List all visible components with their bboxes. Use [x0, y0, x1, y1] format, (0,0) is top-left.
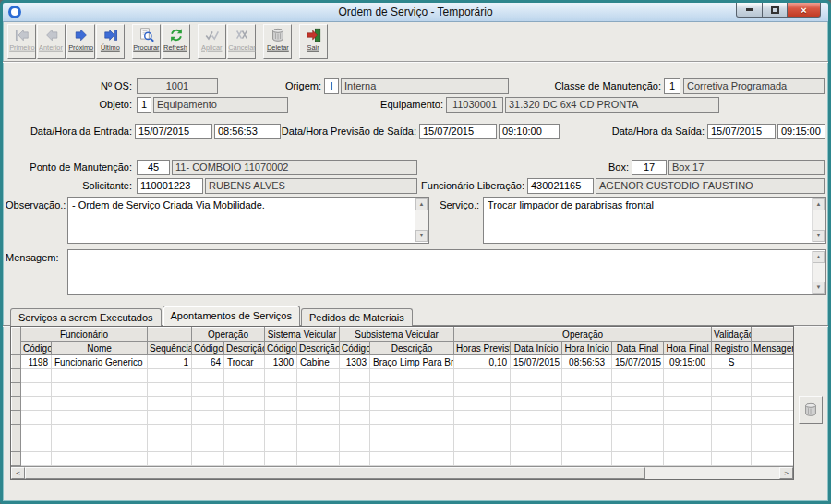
entrada-date-field[interactable]: 15/07/2015	[135, 124, 212, 139]
grid-cell[interactable]: 15/07/2015	[612, 355, 664, 369]
servico-scrollbar[interactable]: ▲ ▼	[812, 198, 825, 242]
close-button[interactable]: ×	[788, 3, 821, 18]
tab-1[interactable]: Apontamentos de Serviços	[163, 306, 300, 326]
grid-cell[interactable]: Braço Limp Para Bri	[370, 355, 454, 369]
mensagem-textarea[interactable]: ▲ ▼	[67, 249, 826, 295]
grid-empty-cell	[192, 383, 224, 397]
previsao-date-field[interactable]: 15/07/2015	[419, 124, 497, 139]
grid-empty-cell	[370, 411, 454, 425]
toolbar-button-refresh[interactable]: Refresh	[162, 24, 190, 59]
grid-cell[interactable]: Trocar	[224, 355, 265, 369]
toolbar-button-label: Sair	[307, 43, 319, 51]
grid-cell[interactable]: 1	[148, 355, 192, 369]
toolbar-button-search[interactable]: Procurar	[132, 24, 161, 59]
scroll-down-icon[interactable]: ▼	[813, 282, 825, 294]
servico-textarea[interactable]: Trocar limpador de parabrisas frontal ▲ …	[483, 197, 826, 244]
observacao-textarea[interactable]: - Ordem de Serviço Criada Via Mobilidade…	[67, 197, 429, 244]
grid-row: 1198Funcionario Generico164Trocar1300Cab…	[12, 355, 795, 369]
solicitante-code-field[interactable]: 110001223	[137, 178, 203, 194]
ponto-code-field[interactable]: 45	[137, 160, 170, 175]
grid-empty-cell	[664, 425, 712, 438]
grid-empty-cell	[297, 425, 340, 438]
classe-label: Classe de Manutenção:	[534, 78, 661, 94]
mensagem-scrollbar[interactable]: ▲ ▼	[812, 251, 825, 294]
tab-0[interactable]: Serviços a serem Executados	[10, 308, 162, 326]
toolbar-button-last[interactable]: Último	[96, 24, 125, 59]
grid-group-header: Sistema Veicular	[265, 328, 340, 342]
scroll-down-icon[interactable]: ▼	[416, 230, 428, 242]
grid-empty-cell	[511, 369, 562, 383]
grid-cell[interactable]: 1303	[340, 355, 370, 369]
grid-cell[interactable]: 0,10	[454, 355, 511, 369]
grid-empty-cell	[21, 452, 52, 466]
observacao-scrollbar[interactable]: ▲ ▼	[415, 198, 428, 242]
tab-2[interactable]: Pedidos de Materiais	[301, 308, 413, 326]
grid-empty-cell	[454, 383, 511, 397]
toolbar-button-exit[interactable]: Sair	[299, 24, 328, 59]
grid-empty-row	[12, 438, 795, 452]
grid-row-indicator	[12, 397, 21, 411]
grid-cell[interactable]: S	[712, 355, 752, 369]
grid-empty-cell	[340, 425, 370, 438]
grid-cell[interactable]: Cabine	[297, 355, 340, 369]
saida-date-field[interactable]: 15/07/2015	[707, 124, 776, 139]
grid-cell[interactable]	[752, 355, 794, 369]
grid-empty-cell	[454, 369, 511, 383]
grid-cell[interactable]: 1300	[265, 355, 297, 369]
toolbar-button-trash[interactable]: Deletar	[263, 24, 292, 59]
grid-empty-cell	[612, 397, 664, 411]
origem-code-field[interactable]: I	[324, 78, 339, 94]
scrollbar-thumb[interactable]	[25, 467, 645, 479]
minimize-button[interactable]	[736, 3, 763, 18]
grid-empty-cell	[192, 369, 224, 383]
scroll-right-icon[interactable]: >	[779, 467, 793, 479]
prev-icon	[42, 26, 61, 43]
liberacao-code-field[interactable]: 430021165	[527, 178, 594, 194]
next-icon	[72, 26, 90, 43]
grid-empty-cell	[664, 438, 712, 452]
grid-cell[interactable]: 15/07/2015	[511, 355, 562, 369]
grid-empty-cell	[562, 397, 612, 411]
saida-time-field[interactable]: 09:15:00	[777, 124, 825, 139]
grid-empty-cell	[752, 411, 794, 425]
grid-empty-cell	[712, 397, 752, 411]
delete-row-button[interactable]	[799, 396, 823, 424]
toolbar-button-label: Cancelar	[228, 43, 255, 51]
grid-indicator-header	[12, 328, 21, 355]
scroll-up-icon[interactable]: ▲	[813, 198, 825, 210]
grid-cell[interactable]: 08:56:53	[562, 355, 612, 369]
observacao-text: - Ordem de Serviço Criada Via Mobilidade…	[72, 199, 412, 211]
maximize-button[interactable]	[763, 3, 788, 18]
box-code-field[interactable]: 17	[632, 160, 667, 175]
liberacao-label: Funcionário Liberação:	[416, 178, 524, 194]
grid-empty-cell	[370, 452, 454, 466]
grid-empty-cell	[224, 383, 265, 397]
scroll-up-icon[interactable]: ▲	[416, 198, 428, 210]
grid-row-indicator	[12, 425, 21, 438]
grid-empty-cell	[192, 452, 224, 466]
scroll-down-icon[interactable]: ▼	[813, 230, 825, 242]
toolbar-button-next[interactable]: Próximo	[66, 24, 95, 59]
apply-icon	[203, 26, 222, 43]
scroll-left-icon[interactable]: <	[11, 467, 25, 479]
grid-cell[interactable]: Funcionario Generico	[52, 355, 148, 369]
last-icon	[102, 26, 120, 43]
grid-cell[interactable]: 1198	[21, 355, 52, 369]
grid-empty-cell	[297, 438, 340, 452]
previsao-time-field[interactable]: 09:10:00	[499, 124, 560, 139]
grid-empty-cell	[612, 383, 664, 397]
grid-empty-cell	[21, 369, 52, 383]
maximize-icon	[771, 6, 779, 14]
objeto-code-field[interactable]: 1	[137, 97, 151, 113]
grid-empty-cell	[340, 383, 370, 397]
grid-empty-cell	[340, 452, 370, 466]
grid-cell[interactable]: 64	[192, 355, 224, 369]
grid-empty-cell	[612, 425, 664, 438]
grid-empty-cell	[454, 438, 511, 452]
scroll-up-icon[interactable]: ▲	[813, 251, 825, 263]
entrada-time-field[interactable]: 08:56:53	[214, 124, 281, 139]
grid-empty-cell	[297, 397, 340, 411]
grid-group-header: Subsistema Veicular	[340, 328, 454, 342]
classe-code-field[interactable]: 1	[664, 78, 680, 94]
grid-cell[interactable]: 09:15:00	[664, 355, 712, 369]
